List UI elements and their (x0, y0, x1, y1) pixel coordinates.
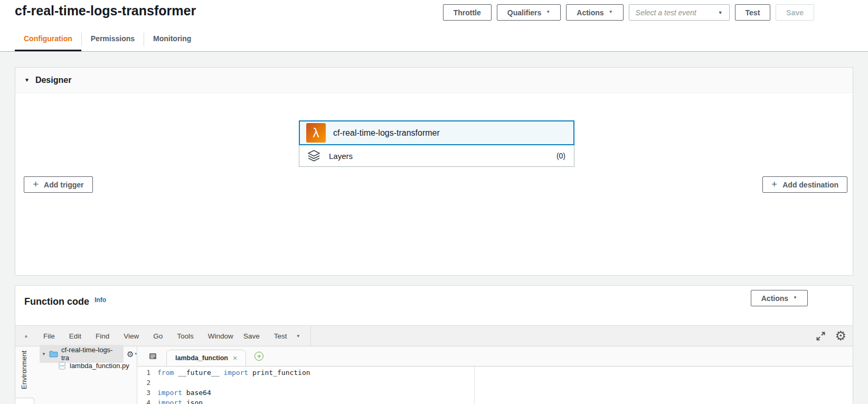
test-button[interactable]: Test (735, 4, 771, 21)
layers-count: (0) (556, 152, 565, 160)
menu-item-tools[interactable]: Tools (177, 332, 194, 340)
code-line: 4import json (137, 398, 853, 404)
menu-item-edit[interactable]: Edit (69, 332, 81, 340)
line-text: import json (157, 398, 203, 404)
editor-tab-strip: lambda_function × + (137, 346, 853, 367)
editor-menu-icons: ⚙ (816, 326, 846, 346)
code-actions-button[interactable]: Actions ▼ (751, 290, 808, 306)
chevron-down-icon: ▼ (718, 10, 723, 15)
line-number: 4 (137, 398, 157, 404)
code-area[interactable]: 1from __future__ import print_function23… (137, 367, 853, 404)
line-text: import base64 (157, 388, 211, 398)
line-number: 1 (137, 368, 157, 378)
tab-permissions[interactable]: Permissions (82, 27, 144, 51)
tree-folder-label: cf-real-time-logs-tra (61, 346, 120, 362)
tree-settings-button[interactable]: ⚙ ▾ (127, 350, 137, 358)
qualifiers-label: Qualifiers (507, 8, 542, 17)
editor-tab-lambda-function[interactable]: lambda_function × (166, 350, 246, 366)
file-tree: ▼ cf-real-time-logs-tra ⚙ ▾ (33, 346, 137, 404)
chevron-down-icon: ▼ (793, 295, 797, 300)
lambda-console-page: cf-real-time-logs-transformer Throttle Q… (0, 0, 868, 404)
page-title: cf-real-time-logs-transformer (15, 3, 196, 18)
editor-menu-right: Save Test ▾ (243, 326, 311, 346)
line-number: 2 (137, 378, 157, 388)
function-code-panel: Function code Info Actions ▼ ▲ FileEditF… (15, 285, 853, 404)
top-bar: cf-real-time-logs-transformer Throttle Q… (0, 0, 868, 52)
tree-expand-icon[interactable]: ▼ (42, 352, 46, 356)
actions-label: Actions (577, 8, 603, 17)
code-line: 1from __future__ import print_function (137, 368, 853, 378)
editor-menu-bar: ▲ FileEditFindViewGoToolsWindow Save Tes… (15, 325, 853, 346)
designer-panel: ▼ Designer λ cf-real-time-logs-transform… (15, 67, 853, 276)
save-button[interactable]: Save (776, 4, 814, 21)
add-destination-label: Add destination (782, 181, 838, 189)
new-tab-button[interactable]: + (254, 352, 263, 361)
environment-tab[interactable]: Environment (20, 351, 28, 389)
test-event-select[interactable]: Select a test event ▼ (629, 4, 730, 21)
menu-separator (310, 326, 311, 346)
code-line: 3import base64 (137, 388, 853, 398)
chevron-down-icon: ▼ (609, 10, 613, 14)
plus-icon: + (33, 178, 39, 190)
function-card-name: cf-real-time-logs-transformer (333, 128, 440, 138)
editor-tab-label: lambda_function (175, 354, 228, 362)
plus-icon: + (771, 178, 777, 190)
menu-item-file[interactable]: File (43, 332, 55, 340)
designer-section-toggle[interactable]: ▼ Designer (15, 68, 853, 93)
layers-label: Layers (329, 152, 353, 161)
actions-button[interactable]: Actions ▼ (566, 4, 623, 21)
function-card-main[interactable]: λ cf-real-time-logs-transformer (299, 120, 574, 145)
function-card: λ cf-real-time-logs-transformer Layers (… (299, 120, 574, 167)
save-label: Save (786, 8, 804, 17)
designer-title: Designer (35, 76, 71, 85)
layers-icon (307, 149, 321, 162)
main-tabs: Configuration Permissions Monitoring (15, 27, 200, 51)
folder-icon (49, 351, 58, 358)
section-expand-icon: ▼ (24, 77, 30, 83)
throttle-button[interactable]: Throttle (443, 4, 492, 21)
code-line: 2 (137, 378, 853, 388)
designer-canvas: λ cf-real-time-logs-transformer Layers (… (15, 93, 853, 275)
tree-folder-row[interactable]: ▼ cf-real-time-logs-tra ⚙ ▾ (33, 348, 137, 360)
gear-icon: ⚙ (127, 350, 134, 358)
test-label: Test (746, 8, 760, 17)
chevron-down-icon: ▼ (546, 10, 550, 14)
layers-row[interactable]: Layers (0) (299, 145, 574, 167)
header-actions: Throttle Qualifiers ▼ Actions ▼ Select a… (443, 4, 814, 21)
chevron-down-icon[interactable]: ▾ (297, 333, 300, 339)
bottom-left-panel-edge (15, 398, 34, 404)
editor-workspace: Environment ▼ cf-real-time-logs-tra (15, 346, 853, 404)
menu-item-window[interactable]: Window (208, 332, 233, 340)
line-text: from __future__ import print_function (157, 368, 310, 378)
collapse-menubar-icon[interactable]: ▲ (24, 333, 29, 339)
tab-list-icon[interactable] (149, 352, 157, 360)
fullscreen-icon[interactable] (816, 331, 826, 341)
menu-item-find[interactable]: Find (96, 332, 109, 340)
editor-menus: FileEditFindViewGoToolsWindow (43, 332, 233, 340)
gear-icon[interactable]: ⚙ (835, 330, 846, 342)
add-trigger-label: Add trigger (44, 181, 83, 189)
test-event-placeholder: Select a test event (636, 8, 696, 17)
add-destination-button[interactable]: + Add destination (762, 176, 847, 193)
throttle-label: Throttle (454, 8, 481, 17)
close-icon[interactable]: × (233, 354, 237, 362)
environment-strip: Environment (15, 346, 33, 404)
tab-monitoring[interactable]: Monitoring (144, 27, 200, 51)
python-file-icon: <> (59, 362, 65, 370)
function-code-title: Function code (24, 296, 89, 307)
print-margin-line (474, 367, 475, 404)
lambda-icon: λ (306, 123, 326, 143)
add-trigger-button[interactable]: + Add trigger (24, 176, 93, 193)
editor-test-menu[interactable]: Test (274, 332, 287, 340)
line-number: 3 (137, 388, 157, 398)
editor-save-menu[interactable]: Save (243, 332, 260, 340)
code-editor: lambda_function × + 1from __future__ imp… (137, 346, 853, 404)
menu-item-view[interactable]: View (124, 332, 139, 340)
qualifiers-button[interactable]: Qualifiers ▼ (497, 4, 561, 21)
svg-text:<>: <> (60, 364, 64, 368)
tab-configuration[interactable]: Configuration (15, 27, 81, 51)
menu-item-go[interactable]: Go (153, 332, 163, 340)
info-link[interactable]: Info (95, 296, 106, 304)
tab-monitoring-label: Monitoring (153, 34, 191, 43)
tree-file-label: lambda_function.py (70, 362, 129, 370)
